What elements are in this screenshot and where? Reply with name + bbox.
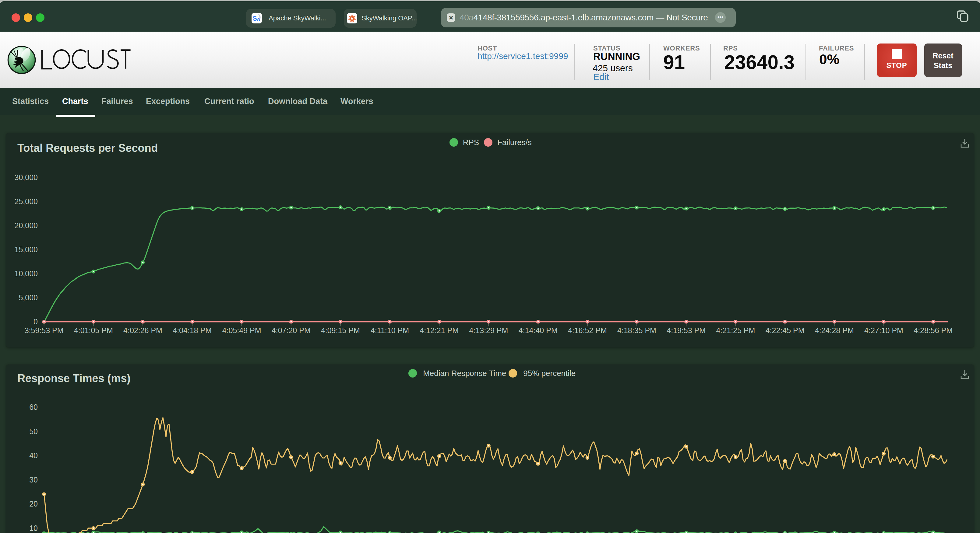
svg-text:4:12:21 PM: 4:12:21 PM [420, 326, 459, 335]
svg-text:40: 40 [29, 451, 38, 460]
svg-text:4:01:05 PM: 4:01:05 PM [74, 326, 113, 335]
svg-text:30: 30 [29, 476, 38, 484]
svg-text:3:59:53 PM: 3:59:53 PM [25, 326, 64, 335]
svg-text:15,000: 15,000 [14, 245, 38, 254]
svg-text:10,000: 10,000 [14, 269, 38, 278]
svg-text:4:22:45 PM: 4:22:45 PM [765, 326, 805, 335]
svg-text:4:16:52 PM: 4:16:52 PM [568, 326, 607, 335]
svg-text:4:21:25 PM: 4:21:25 PM [716, 326, 755, 335]
svg-text:20,000: 20,000 [14, 221, 38, 230]
svg-text:4:02:26 PM: 4:02:26 PM [123, 326, 162, 335]
svg-text:4:07:20 PM: 4:07:20 PM [272, 326, 311, 335]
svg-text:4:09:15 PM: 4:09:15 PM [321, 326, 360, 335]
svg-text:4:24:28 PM: 4:24:28 PM [815, 326, 854, 335]
svg-text:4:19:53 PM: 4:19:53 PM [667, 326, 706, 335]
svg-text:w: w [256, 16, 260, 22]
svg-text:30,000: 30,000 [14, 173, 38, 182]
svg-text:5,000: 5,000 [19, 293, 38, 302]
svg-text:20: 20 [29, 500, 38, 508]
svg-text:4:11:10 PM: 4:11:10 PM [371, 326, 409, 335]
svg-text:4:04:18 PM: 4:04:18 PM [173, 326, 212, 335]
svg-text:25,000: 25,000 [14, 197, 38, 206]
svg-text:10: 10 [29, 524, 38, 532]
svg-text:4:14:40 PM: 4:14:40 PM [519, 326, 558, 335]
svg-text:4:27:10 PM: 4:27:10 PM [864, 326, 903, 335]
svg-text:4:28:56 PM: 4:28:56 PM [913, 326, 953, 335]
svg-text:4:18:35 PM: 4:18:35 PM [617, 326, 656, 335]
svg-text:50: 50 [29, 427, 38, 436]
svg-text:0: 0 [33, 317, 38, 326]
svg-text:60: 60 [29, 403, 38, 411]
svg-text:4:13:29 PM: 4:13:29 PM [469, 326, 508, 335]
svg-text:4:05:49 PM: 4:05:49 PM [222, 326, 261, 335]
